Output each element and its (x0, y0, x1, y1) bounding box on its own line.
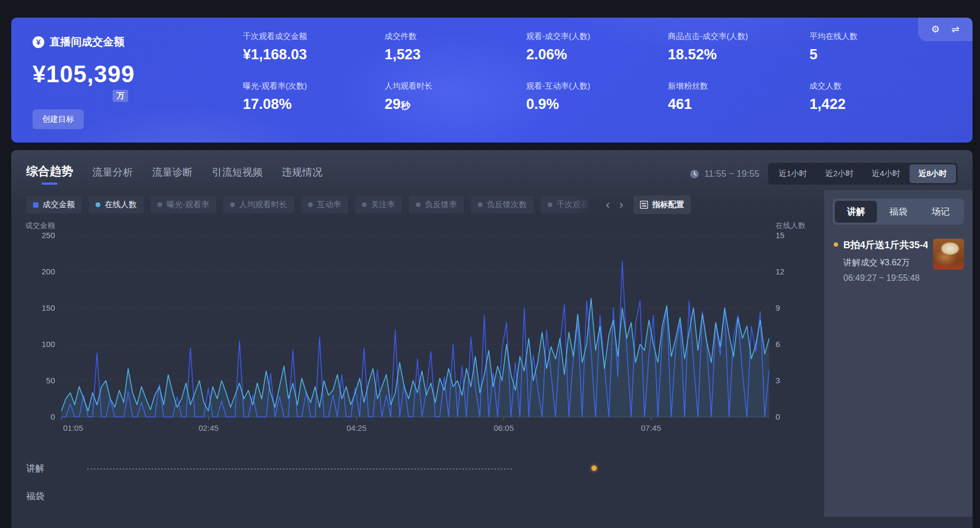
legend-exposure-view[interactable]: 曝光-观看率 (151, 196, 216, 214)
tab-overall-trend[interactable]: 综合趋势 (26, 163, 73, 185)
series-marker (33, 202, 38, 208)
banner-title: 直播间成交金额 (50, 35, 124, 49)
legend-watch-time[interactable]: 人均观看时长 (223, 196, 294, 214)
metric-click-conversion: 商品点击-成交率(人数) 18.52% (668, 31, 804, 81)
tab-traffic-diagnosis[interactable]: 流量诊断 (152, 166, 193, 185)
legend-follow[interactable]: 关注率 (355, 196, 402, 214)
svg-text:02:45: 02:45 (199, 423, 219, 432)
metric-new-fans: 新增粉丝数 461 (668, 81, 804, 131)
explain-track (65, 456, 810, 480)
legend-cpm[interactable]: 千次观看 (541, 196, 596, 214)
sidebar-tab-lucky-bag[interactable]: 福袋 (877, 201, 919, 223)
legend-negative-count[interactable]: 负反馈次数 (471, 196, 534, 214)
summary-banner: ¥ 直播间成交金额 ¥105,399 万 创建目标 千次观看成交金额 ¥1,16… (11, 18, 973, 143)
svg-text:06:05: 06:05 (494, 423, 514, 432)
svg-text:15: 15 (776, 231, 785, 240)
yen-circle-icon: ¥ (33, 36, 44, 48)
series-marker (416, 202, 421, 207)
tab-violations[interactable]: 违规情况 (282, 166, 322, 185)
trend-panel: 综合趋势 流量分析 流量诊断 引流短视频 违规情况 11:55 ~ 19:55 … (11, 150, 973, 528)
svg-text:12: 12 (776, 267, 785, 276)
metric-cpm-gmv: 千次观看成交金额 ¥1,168.03 (243, 31, 379, 81)
metric-buyer-count: 成交人数 1,422 (810, 81, 946, 131)
bullet-dot-icon (834, 242, 838, 247)
svg-text:9: 9 (776, 303, 780, 312)
svg-text:3: 3 (776, 376, 780, 385)
gmv-unit-badge: 万 (113, 90, 128, 102)
banner-corner-actions: ⚙ ⇌ (918, 18, 973, 41)
tab-short-video[interactable]: 引流短视频 (212, 166, 263, 185)
explain-marker-row: 讲解 (26, 456, 810, 480)
chevron-right-icon[interactable]: › (619, 199, 623, 211)
time-range-display: 11:55 ~ 19:55 (690, 169, 759, 179)
tab-traffic-analysis[interactable]: 流量分析 (92, 166, 133, 185)
product-thumbnail (933, 239, 964, 270)
clock-icon (690, 169, 699, 179)
product-deal-amount: 讲解成交 ¥3.62万 (843, 257, 928, 269)
chevron-left-icon[interactable]: ‹ (606, 199, 610, 211)
gmv-main-value: ¥105,399 (33, 61, 209, 88)
product-title: B拍4斤送1斤共35-4... (843, 239, 928, 251)
legend-negative-rate[interactable]: 负反馈率 (409, 196, 464, 214)
metric-config-button[interactable]: 指标配置 (634, 195, 691, 214)
series-marker (157, 202, 162, 207)
swap-icon[interactable]: ⇌ (952, 25, 960, 34)
sliders-icon (640, 201, 648, 209)
sidebar-tab-log[interactable]: 场记 (920, 201, 962, 223)
chart-zone: 成交金额 在线人数 曝光-观看率 人均观看时长 互动率 关注率 负反馈率 负反馈… (11, 190, 824, 517)
banner-metrics-grid: 千次观看成交金额 ¥1,168.03 成交件数 1,523 观看-成交率(人数)… (209, 18, 967, 143)
legend-interaction[interactable]: 互动率 (301, 196, 348, 214)
metric-interaction-rate: 观看-互动率(人数) 0.9% (526, 81, 662, 131)
create-goal-button[interactable]: 创建目标 (33, 109, 84, 129)
svg-text:01:05: 01:05 (63, 423, 83, 432)
svg-text:250: 250 (42, 231, 55, 240)
svg-text:200: 200 (42, 267, 55, 276)
explain-sidebar: 讲解 福袋 场记 B拍4斤送1斤共35-4... 讲解成交 ¥3.62万 06:… (824, 190, 973, 517)
time-range-text: 11:55 ~ 19:55 (704, 169, 759, 179)
svg-text:成交金额: 成交金额 (26, 221, 55, 230)
gear-icon[interactable]: ⚙ (931, 25, 939, 34)
range-1h-button[interactable]: 近1小时 (770, 164, 816, 183)
trend-tabs: 综合趋势 流量分析 流量诊断 引流短视频 违规情况 (26, 163, 322, 185)
range-8h-button[interactable]: 近8小时 (910, 164, 956, 183)
svg-text:6: 6 (776, 340, 780, 349)
lucky-bag-marker-row: 福袋 (26, 484, 810, 508)
explain-event-dot[interactable] (591, 466, 597, 471)
banner-title-row: ¥ 直播间成交金额 (33, 35, 209, 49)
sidebar-tab-explain[interactable]: 讲解 (835, 201, 877, 223)
series-marker (478, 202, 483, 207)
series-marker (230, 202, 235, 207)
lucky-bag-row-label: 福袋 (26, 490, 65, 502)
series-marker (548, 202, 552, 207)
metric-exposure-view-rate: 曝光-观看率(次数) 17.08% (243, 81, 379, 131)
series-marker (96, 202, 100, 207)
trend-panel-header: 综合趋势 流量分析 流量诊断 引流短视频 违规情况 11:55 ~ 19:55 … (11, 150, 973, 190)
svg-text:在线人数: 在线人数 (775, 221, 805, 230)
range-4h-button[interactable]: 近4小时 (863, 164, 909, 183)
svg-text:50: 50 (46, 376, 55, 385)
series-marker (308, 202, 313, 207)
explain-row-label: 讲解 (26, 462, 65, 475)
sidebar-tabs: 讲解 福袋 场记 (833, 199, 964, 225)
metric-order-count: 成交件数 1,523 (384, 31, 520, 81)
svg-text:150: 150 (42, 303, 55, 312)
explain-dotted-line (87, 468, 512, 470)
trend-line-chart[interactable]: 成交金额在线人数0050310061509200122501501:0502:4… (26, 220, 805, 450)
product-time-range: 06:49:27 ~ 19:55:48 (843, 273, 928, 283)
range-button-group: 近1小时 近2小时 近4小时 近8小时 (768, 163, 958, 185)
explain-product-item[interactable]: B拍4斤送1斤共35-4... 讲解成交 ¥3.62万 06:49:27 ~ 1… (833, 239, 964, 283)
legend-online[interactable]: 在线人数 (89, 196, 144, 214)
svg-text:100: 100 (42, 340, 55, 349)
range-2h-button[interactable]: 近2小时 (816, 164, 863, 183)
series-marker (362, 202, 367, 207)
legend-scroll-arrows: ‹ › (606, 199, 623, 211)
svg-text:07:45: 07:45 (641, 423, 661, 432)
metric-view-conversion: 观看-成交率(人数) 2.06% (526, 31, 662, 81)
metric-legend-row: 成交金额 在线人数 曝光-观看率 人均观看时长 互动率 关注率 负反馈率 负反馈… (26, 192, 810, 220)
legend-gmv[interactable]: 成交金额 (26, 196, 82, 214)
svg-text:0: 0 (776, 412, 780, 421)
svg-text:04:25: 04:25 (346, 423, 367, 432)
metric-avg-watch-time: 人均观看时长 29秒 (384, 81, 520, 131)
svg-text:0: 0 (51, 412, 55, 421)
